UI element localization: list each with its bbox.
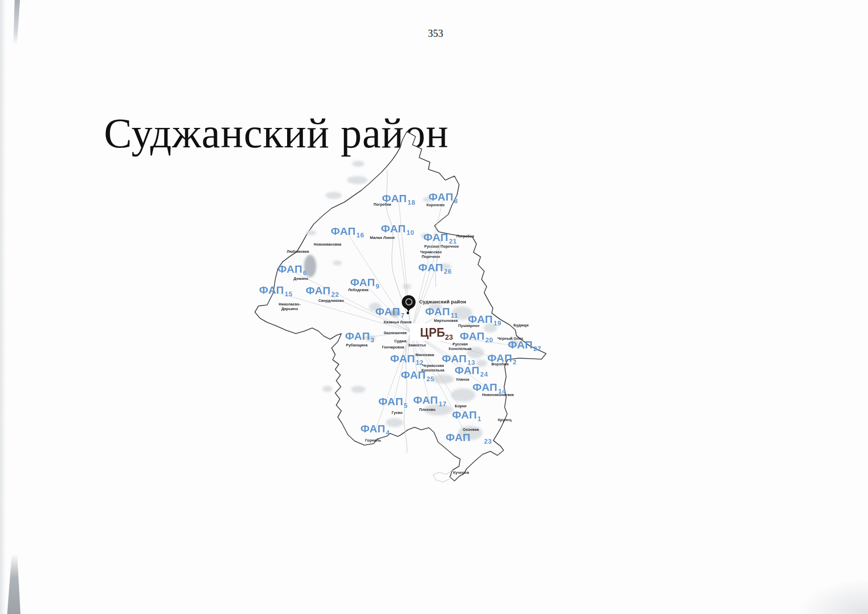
settlement-label: Горналь: [365, 438, 381, 443]
fap-marker-15: ФАП15: [259, 284, 292, 296]
fap-marker-3: ФАП3: [345, 330, 375, 342]
settlement-label: Любимовка: [287, 249, 309, 254]
settlement-label: Русское Поречное: [424, 244, 459, 249]
fap-marker-10: ФАП10: [381, 223, 414, 235]
fap-marker-27: ФАП27: [508, 339, 541, 351]
settlement-label: Новониколаевка: [482, 392, 514, 397]
settlement-label: Черный Олех: [497, 336, 523, 341]
settlement-label: Замостье: [408, 343, 426, 347]
fap-marker-9: ФАП9: [350, 276, 380, 289]
settlement-label: Заолешенка: [384, 331, 407, 335]
fap-marker-16: ФАП16: [331, 225, 364, 237]
fap-marker-8: ФАП8: [428, 191, 458, 203]
fap-marker-11: ФАП11: [425, 305, 459, 318]
fap-marker-17: ФАП17: [413, 394, 446, 406]
fap-marker-26: ФАП26: [418, 261, 451, 274]
settlement-label: Кучеров: [453, 470, 469, 475]
fap-marker-13: ФАП13: [442, 353, 475, 365]
settlement-label: Махновка: [416, 353, 434, 357]
settlement-label: Мартыновка: [434, 318, 458, 323]
settlement-label: Борки: [455, 404, 467, 408]
fap-marker-14: ФАП14: [472, 381, 506, 393]
fap-marker-6: ФАП6: [277, 263, 307, 275]
fap-marker-1: ФАП1: [452, 409, 482, 421]
settlement-label: Гончаровка: [382, 345, 404, 349]
fap-marker-23: ФАП23: [446, 431, 492, 444]
fap-marker-24: ФАП24: [454, 364, 488, 377]
settlement-label: Коренево: [426, 203, 445, 207]
fap-marker-7: ФАП7: [375, 305, 405, 318]
scanned-page: 353 Суджанский район: [0, 0, 868, 614]
fap-marker-21: ФАП21: [423, 231, 457, 244]
settlement-label: Крупец: [498, 418, 512, 422]
settlement-label: Новоивановка: [314, 242, 341, 247]
settlement-label: Осоевка: [463, 427, 479, 432]
settlement-label: ЧеркасскаяКонопелька: [422, 363, 444, 372]
settlement-label: Плехово: [419, 407, 436, 412]
settlement-label: ЧеркасскоеПоречное: [420, 250, 442, 259]
settlement-label: Воробжа: [491, 362, 508, 366]
settlement-label: Суджа: [394, 339, 406, 343]
settlement-label: Николаево-Дарьино: [279, 302, 301, 311]
settlement-label: Будищи: [513, 323, 529, 327]
settlement-label: Пушкарное: [458, 323, 480, 328]
settlement-label: Погребки: [457, 234, 474, 238]
settlement-label: Лебедевка: [348, 288, 368, 292]
fap-marker-4: ФАП4: [360, 423, 390, 435]
crb-label: ЦРБ23: [420, 326, 453, 340]
settlement-label: Гуево: [392, 410, 402, 415]
settlement-label: Казачья Локня: [384, 320, 411, 324]
fap-marker-22: ФАП22: [306, 284, 339, 297]
settlement-label: РусскаяКонопелька: [449, 342, 471, 351]
settlement-label: Уланок: [456, 377, 469, 382]
settlement-label: Малая Локня: [370, 235, 395, 240]
settlement-label: Погребки: [374, 202, 392, 207]
fap-marker-5: ФАП5: [378, 396, 408, 408]
fap-marker-20: ФАП20: [460, 330, 493, 342]
settlement-label: Свердликово: [318, 298, 344, 303]
district-pin-label: Суджанский район: [419, 299, 466, 304]
district-pin-dot: [407, 312, 409, 314]
settlement-label: Демино: [294, 276, 309, 281]
settlement-label: Рубанщина: [346, 343, 367, 347]
